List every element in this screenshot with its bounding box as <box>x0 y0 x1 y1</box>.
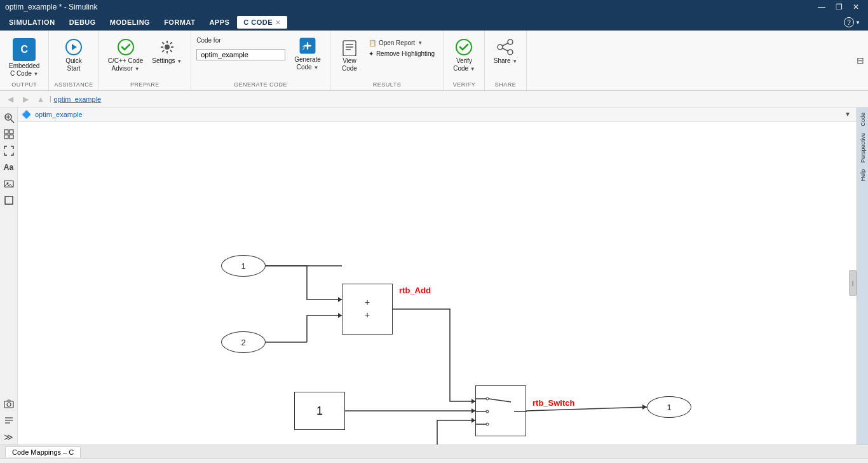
verify-code-btn[interactable]: VerifyCode ▼ <box>449 36 479 75</box>
remove-highlighting-btn[interactable]: ✦ Remove Highlighting <box>365 49 438 59</box>
zoom-fit-icon[interactable] <box>1 110 17 125</box>
code-mappings-bar: Code Mappings – C <box>0 445 868 459</box>
svg-point-9 <box>508 39 513 45</box>
svg-rect-20 <box>4 135 8 139</box>
remove-highlighting-icon: ✦ <box>369 50 374 57</box>
ribbon-group-results: ViewCode 📋 Open Report ▼ ✦ Remove Highli… <box>330 31 444 90</box>
canvas-container: 🔷 optim_example ▼ <box>18 107 857 445</box>
generate-code-icon <box>299 37 316 55</box>
title-bar-controls: — ❐ ✕ <box>814 3 863 11</box>
code-for-input[interactable] <box>196 49 285 60</box>
help-dropdown: ▼ <box>855 20 860 25</box>
canvas-area[interactable]: 1 2 ++ 1 <box>18 121 857 445</box>
title-bar-title: optim_example * - Simulink <box>5 3 97 11</box>
code-for-label: Code for <box>196 37 285 44</box>
far-right-code-tab[interactable]: Code <box>859 110 867 129</box>
minimize-btn[interactable]: — <box>814 3 829 11</box>
generate-code-label: GenerateCode ▼ <box>294 56 321 71</box>
quick-start-icon <box>65 38 83 56</box>
menu-ccode[interactable]: C CODE ✕ <box>237 16 287 29</box>
embedded-ccode-icon: C <box>13 38 36 61</box>
block-switch[interactable] <box>475 385 526 436</box>
embedded-ccode-label: EmbeddedC Code ▼ <box>9 62 39 78</box>
maximize-btn[interactable]: ❐ <box>832 3 846 11</box>
status-bar: Ready View diagnostics 219% FixedStepDis… <box>0 459 868 463</box>
model-title-bar: 🔷 optim_example ▼ <box>18 107 857 121</box>
back-btn[interactable]: ◀ <box>4 93 17 106</box>
svg-rect-24 <box>5 197 13 204</box>
code-mappings-tab[interactable]: Code Mappings – C <box>5 446 81 457</box>
menu-format[interactable]: FORMAT <box>158 16 201 29</box>
generate-label: GENERATE CODE <box>234 80 287 88</box>
camera-icon[interactable] <box>1 396 17 411</box>
canvas-svg <box>18 121 857 445</box>
share-btn[interactable]: Share ▼ <box>490 36 521 67</box>
assistance-buttons: QuickStart <box>60 33 88 80</box>
left-sidebar: Aa ≫ <box>0 107 18 445</box>
block-const1b[interactable]: 1 <box>294 392 345 430</box>
right-panel-handle[interactable]: ‖ <box>849 270 857 296</box>
prepare-buttons: C/C++ CodeAdvisor ▼ Settings ▼ <box>104 33 186 80</box>
close-btn[interactable]: ✕ <box>849 3 863 11</box>
menu-apps[interactable]: APPS <box>203 16 236 29</box>
expand-icon[interactable]: ≫ <box>1 429 17 445</box>
rect-icon[interactable] <box>1 193 17 208</box>
menu-debug[interactable]: DEBUG <box>63 16 102 29</box>
ribbon-group-verify: VerifyCode ▼ VERIFY <box>444 31 485 90</box>
ribbon-expand-btn[interactable]: ⊟ <box>857 55 864 66</box>
breadcrumb-model[interactable]: optim_example <box>54 95 102 103</box>
grid-icon[interactable] <box>1 127 17 142</box>
output-buttons: C EmbeddedC Code ▼ <box>5 33 43 80</box>
block-add[interactable]: ++ <box>342 284 393 335</box>
menu-simulation[interactable]: SIMULATION <box>3 16 62 29</box>
image-icon[interactable] <box>1 176 17 191</box>
generate-code-btn[interactable]: GenerateCode ▼ <box>290 36 325 74</box>
embedded-ccode-btn[interactable]: C EmbeddedC Code ▼ <box>5 36 43 80</box>
open-report-btn[interactable]: 📋 Open Report ▼ <box>365 38 438 48</box>
block-const2[interactable]: 2 <box>221 331 266 353</box>
fit-icon[interactable] <box>1 143 17 158</box>
ccode-tab-close[interactable]: ✕ <box>275 19 281 26</box>
view-code-btn[interactable]: ViewCode <box>336 36 363 75</box>
results-buttons: ViewCode 📋 Open Report ▼ ✦ Remove Highli… <box>336 33 438 80</box>
ribbon-group-generate: Code for GenerateCode ▼ GENERATE CODE <box>191 31 330 90</box>
settings-icon <box>158 38 176 56</box>
cc-advisor-icon <box>117 38 135 56</box>
output-label: OUTPUT <box>11 80 37 88</box>
open-report-icon: 📋 <box>369 39 376 46</box>
block-out1[interactable]: 1 <box>647 396 691 418</box>
text-icon[interactable]: Aa <box>1 160 17 175</box>
forward-btn[interactable]: ▶ <box>19 93 32 106</box>
svg-point-1 <box>118 39 133 55</box>
main-area: Aa ≫ 🔷 optim_example ▼ <box>0 107 868 445</box>
svg-rect-4 <box>343 41 356 56</box>
far-right-help-tab[interactable]: Help <box>859 167 867 184</box>
help-btn[interactable]: ? ▼ <box>839 15 865 30</box>
settings-btn[interactable]: Settings ▼ <box>148 36 186 67</box>
svg-point-2 <box>165 45 170 50</box>
list-icon[interactable] <box>1 413 17 428</box>
far-right-perspective-tab[interactable]: Perspective <box>859 130 867 165</box>
ribbon-group-share: Share ▼ SHARE <box>485 31 527 90</box>
verify-code-icon <box>455 38 473 56</box>
results-label: RESULTS <box>373 80 401 88</box>
up-btn[interactable]: ▲ <box>34 93 47 106</box>
signal-rtb-add: rtb_Add <box>399 286 431 295</box>
quick-start-btn[interactable]: QuickStart <box>60 36 88 75</box>
quick-start-label: QuickStart <box>65 57 82 73</box>
model-title-dropdown[interactable]: ▼ <box>843 109 853 120</box>
svg-rect-18 <box>4 130 8 134</box>
open-report-dropdown: ▼ <box>417 40 423 46</box>
share-icon <box>496 38 514 56</box>
breadcrumb-bar: ◀ ▶ ▲ | optim_example <box>0 91 868 107</box>
svg-line-15 <box>11 120 14 123</box>
title-bar-text: optim_example * - Simulink <box>5 3 97 11</box>
block-const1[interactable]: 1 <box>221 255 266 277</box>
ribbon-group-prepare: C/C++ CodeAdvisor ▼ Settings ▼ PREPARE <box>99 31 191 90</box>
prepare-label: PREPARE <box>130 80 159 88</box>
svg-point-26 <box>7 403 11 406</box>
model-name[interactable]: optim_example <box>35 111 83 118</box>
cc-advisor-btn[interactable]: C/C++ CodeAdvisor ▼ <box>104 36 147 75</box>
svg-line-13 <box>503 48 508 51</box>
menu-modeling[interactable]: MODELING <box>104 16 156 29</box>
